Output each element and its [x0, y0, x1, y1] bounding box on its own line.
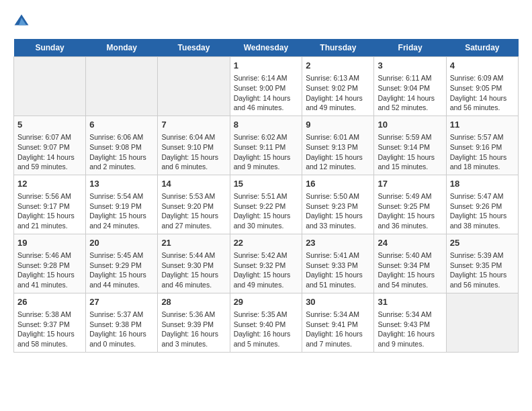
day-number: 2 — [306, 60, 370, 72]
day-info: Sunrise: 5:40 AMSunset: 9:34 PMDaylight:… — [378, 250, 442, 290]
day-number: 8 — [234, 119, 299, 131]
calendar-cell: 16Sunrise: 5:50 AMSunset: 9:23 PMDayligh… — [302, 175, 374, 234]
calendar-cell: 2Sunrise: 6:13 AMSunset: 9:02 PMDaylight… — [302, 57, 374, 116]
day-info: Sunrise: 5:42 AMSunset: 9:32 PMDaylight:… — [234, 250, 299, 290]
day-number: 11 — [450, 119, 515, 131]
day-number: 26 — [17, 296, 82, 308]
calendar-cell: 14Sunrise: 5:53 AMSunset: 9:20 PMDayligh… — [158, 175, 230, 234]
day-number: 25 — [450, 237, 515, 249]
calendar-cell: 25Sunrise: 5:39 AMSunset: 9:35 PMDayligh… — [446, 234, 518, 293]
logo — [13, 13, 32, 32]
day-number: 28 — [161, 296, 226, 308]
calendar-cell: 19Sunrise: 5:46 AMSunset: 9:28 PMDayligh… — [14, 234, 86, 293]
calendar-cell: 31Sunrise: 5:34 AMSunset: 9:43 PMDayligh… — [374, 293, 446, 352]
day-number: 14 — [161, 178, 226, 190]
day-info: Sunrise: 5:34 AMSunset: 9:43 PMDaylight:… — [378, 310, 442, 349]
calendar-cell: 17Sunrise: 5:49 AMSunset: 9:25 PMDayligh… — [374, 175, 446, 234]
day-number: 17 — [378, 178, 442, 190]
day-header-thursday: Thursday — [302, 39, 374, 57]
day-number: 12 — [17, 178, 82, 190]
day-info: Sunrise: 6:02 AMSunset: 9:11 PMDaylight:… — [234, 132, 299, 172]
day-info: Sunrise: 6:01 AMSunset: 9:13 PMDaylight:… — [306, 132, 370, 172]
calendar-cell: 1Sunrise: 6:14 AMSunset: 9:00 PMDaylight… — [230, 57, 302, 116]
day-number: 31 — [378, 296, 442, 308]
day-headers-row: SundayMondayTuesdayWednesdayThursdayFrid… — [14, 39, 519, 57]
week-row-4: 19Sunrise: 5:46 AMSunset: 9:28 PMDayligh… — [14, 234, 519, 293]
calendar-cell: 13Sunrise: 5:54 AMSunset: 9:19 PMDayligh… — [86, 175, 158, 234]
calendar-cell: 24Sunrise: 5:40 AMSunset: 9:34 PMDayligh… — [374, 234, 446, 293]
calendar-cell: 23Sunrise: 5:41 AMSunset: 9:33 PMDayligh… — [302, 234, 374, 293]
day-header-saturday: Saturday — [446, 39, 518, 57]
calendar-table: SundayMondayTuesdayWednesdayThursdayFrid… — [13, 39, 519, 353]
day-number: 23 — [306, 237, 370, 249]
day-number: 21 — [161, 237, 226, 249]
week-row-3: 12Sunrise: 5:56 AMSunset: 9:17 PMDayligh… — [14, 175, 519, 234]
day-info: Sunrise: 6:06 AMSunset: 9:08 PMDaylight:… — [89, 132, 154, 172]
calendar-cell: 22Sunrise: 5:42 AMSunset: 9:32 PMDayligh… — [230, 234, 302, 293]
day-info: Sunrise: 5:46 AMSunset: 9:28 PMDaylight:… — [17, 250, 82, 290]
day-info: Sunrise: 5:59 AMSunset: 9:14 PMDaylight:… — [378, 132, 442, 172]
day-number: 27 — [89, 296, 154, 308]
day-info: Sunrise: 5:57 AMSunset: 9:16 PMDaylight:… — [450, 132, 515, 172]
day-header-sunday: Sunday — [14, 39, 86, 57]
calendar-cell: 28Sunrise: 5:36 AMSunset: 9:39 PMDayligh… — [158, 293, 230, 352]
day-header-tuesday: Tuesday — [158, 39, 230, 57]
day-info: Sunrise: 5:51 AMSunset: 9:22 PMDaylight:… — [234, 191, 299, 231]
calendar-cell: 4Sunrise: 6:09 AMSunset: 9:05 PMDaylight… — [446, 57, 518, 116]
day-info: Sunrise: 6:04 AMSunset: 9:10 PMDaylight:… — [161, 132, 226, 172]
day-number: 19 — [17, 237, 82, 249]
calendar-cell: 9Sunrise: 6:01 AMSunset: 9:13 PMDaylight… — [302, 116, 374, 175]
day-number: 22 — [234, 237, 299, 249]
header — [13, 13, 519, 32]
day-info: Sunrise: 6:09 AMSunset: 9:05 PMDaylight:… — [450, 73, 515, 113]
day-number: 4 — [450, 60, 515, 72]
calendar-cell: 11Sunrise: 5:57 AMSunset: 9:16 PMDayligh… — [446, 116, 518, 175]
calendar-cell: 30Sunrise: 5:34 AMSunset: 9:41 PMDayligh… — [302, 293, 374, 352]
week-row-2: 5Sunrise: 6:07 AMSunset: 9:07 PMDaylight… — [14, 116, 519, 175]
calendar-cell: 12Sunrise: 5:56 AMSunset: 9:17 PMDayligh… — [14, 175, 86, 234]
day-number: 5 — [17, 119, 82, 131]
day-info: Sunrise: 6:14 AMSunset: 9:00 PMDaylight:… — [234, 73, 299, 113]
day-info: Sunrise: 5:53 AMSunset: 9:20 PMDaylight:… — [161, 191, 226, 231]
calendar-cell: 3Sunrise: 6:11 AMSunset: 9:04 PMDaylight… — [374, 57, 446, 116]
day-header-wednesday: Wednesday — [230, 39, 302, 57]
day-number: 6 — [89, 119, 154, 131]
day-info: Sunrise: 5:36 AMSunset: 9:39 PMDaylight:… — [161, 310, 226, 349]
day-number: 1 — [234, 60, 299, 72]
day-info: Sunrise: 5:37 AMSunset: 9:38 PMDaylight:… — [89, 310, 154, 349]
day-number: 15 — [234, 178, 299, 190]
day-info: Sunrise: 5:45 AMSunset: 9:29 PMDaylight:… — [89, 250, 154, 290]
day-info: Sunrise: 6:11 AMSunset: 9:04 PMDaylight:… — [378, 73, 442, 113]
day-number: 13 — [89, 178, 154, 190]
week-row-5: 26Sunrise: 5:38 AMSunset: 9:37 PMDayligh… — [14, 293, 519, 352]
calendar-cell: 6Sunrise: 6:06 AMSunset: 9:08 PMDaylight… — [86, 116, 158, 175]
day-info: Sunrise: 5:54 AMSunset: 9:19 PMDaylight:… — [89, 191, 154, 231]
day-info: Sunrise: 5:47 AMSunset: 9:26 PMDaylight:… — [450, 191, 515, 231]
calendar-cell: 7Sunrise: 6:04 AMSunset: 9:10 PMDaylight… — [158, 116, 230, 175]
day-info: Sunrise: 5:50 AMSunset: 9:23 PMDaylight:… — [306, 191, 370, 231]
day-info: Sunrise: 5:44 AMSunset: 9:30 PMDaylight:… — [161, 250, 226, 290]
day-header-monday: Monday — [86, 39, 158, 57]
calendar-cell: 27Sunrise: 5:37 AMSunset: 9:38 PMDayligh… — [86, 293, 158, 352]
calendar-cell — [14, 57, 86, 116]
calendar-cell: 18Sunrise: 5:47 AMSunset: 9:26 PMDayligh… — [446, 175, 518, 234]
week-row-1: 1Sunrise: 6:14 AMSunset: 9:00 PMDaylight… — [14, 57, 519, 116]
calendar-cell — [158, 57, 230, 116]
day-info: Sunrise: 5:38 AMSunset: 9:37 PMDaylight:… — [17, 310, 82, 349]
calendar-cell: 8Sunrise: 6:02 AMSunset: 9:11 PMDaylight… — [230, 116, 302, 175]
calendar-cell: 21Sunrise: 5:44 AMSunset: 9:30 PMDayligh… — [158, 234, 230, 293]
day-number: 30 — [306, 296, 370, 308]
day-number: 3 — [378, 60, 442, 72]
calendar-cell: 10Sunrise: 5:59 AMSunset: 9:14 PMDayligh… — [374, 116, 446, 175]
day-number: 29 — [234, 296, 299, 308]
day-header-friday: Friday — [374, 39, 446, 57]
day-info: Sunrise: 5:34 AMSunset: 9:41 PMDaylight:… — [306, 310, 370, 349]
calendar-cell: 26Sunrise: 5:38 AMSunset: 9:37 PMDayligh… — [14, 293, 86, 352]
day-number: 16 — [306, 178, 370, 190]
day-number: 24 — [378, 237, 442, 249]
day-info: Sunrise: 5:56 AMSunset: 9:17 PMDaylight:… — [17, 191, 82, 231]
calendar-cell: 15Sunrise: 5:51 AMSunset: 9:22 PMDayligh… — [230, 175, 302, 234]
calendar-cell — [446, 293, 518, 352]
calendar-cell: 29Sunrise: 5:35 AMSunset: 9:40 PMDayligh… — [230, 293, 302, 352]
day-number: 18 — [450, 178, 515, 190]
